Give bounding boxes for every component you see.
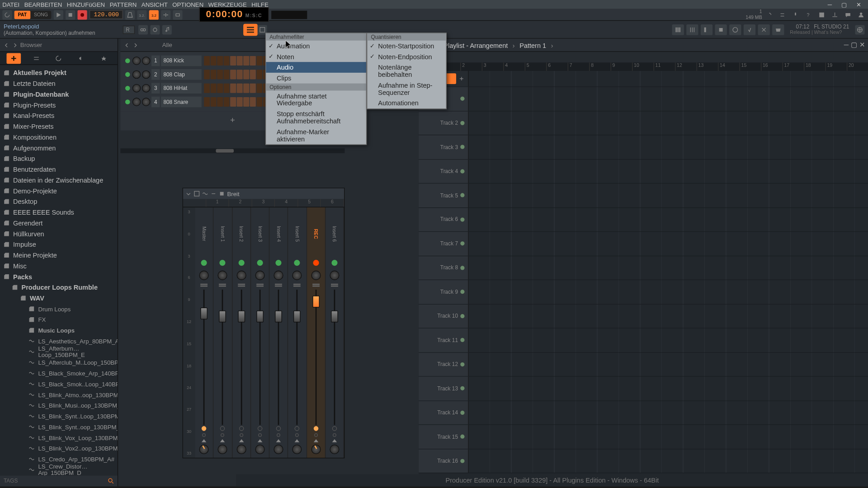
channel-number[interactable]: 1	[151, 56, 160, 66]
mixer-mute-button[interactable]	[220, 260, 226, 266]
save-icon[interactable]	[817, 10, 826, 19]
record-context-menu[interactable]: Aufnahmefilter AutomationNotenAudioClips…	[265, 33, 367, 145]
track-mute-dot[interactable]	[460, 290, 464, 294]
playlist-track-header[interactable]: Track 11	[419, 328, 469, 352]
mixer-stereo-sep[interactable]	[275, 284, 282, 289]
mixer-fx-dot[interactable]	[313, 426, 318, 431]
mixer-fx-dot[interactable]	[332, 426, 337, 431]
mixer-pan-knob[interactable]	[330, 271, 339, 280]
mixer-pan-knob[interactable]	[292, 271, 302, 280]
view-mixer-icon[interactable]	[686, 24, 698, 35]
chevron-right-icon[interactable]	[12, 42, 18, 48]
window-minimize-icon[interactable]: ─	[828, 1, 832, 8]
channel-number[interactable]: 3	[151, 83, 160, 94]
menu-hinzufuegen[interactable]: HINZUFüGEN	[67, 1, 105, 8]
mixer-arrow-icon[interactable]	[258, 439, 263, 442]
channel-vol-knob[interactable]	[142, 56, 150, 65]
playlist-track-header[interactable]: Track 7	[419, 232, 469, 255]
mixer-send-knob[interactable]	[311, 445, 321, 454]
tool-touch-icon[interactable]	[743, 24, 755, 35]
mixer-fx-dot[interactable]	[276, 426, 281, 431]
browser-item[interactable]: LS_Afterclub_M..Loop_150BPM_F	[0, 357, 118, 368]
channel-pan-knob[interactable]	[132, 70, 141, 79]
mixer-fader[interactable]	[293, 310, 301, 322]
switch-icon[interactable]	[778, 10, 787, 19]
tool-tempo-icon[interactable]	[729, 24, 741, 35]
step-button[interactable]	[256, 56, 262, 66]
channel-number[interactable]: 4	[151, 97, 160, 108]
menu-bearbeiten[interactable]: BEARBEITEN	[24, 1, 62, 8]
playlist-track-lane[interactable]	[469, 208, 868, 231]
menu-item[interactable]: Notenlänge beibehalten	[368, 62, 446, 80]
menu-item[interactable]: Stopp entschärft Aufnahmebereitschaft	[266, 108, 366, 127]
step-button[interactable]	[243, 70, 249, 79]
playlist-track-lane[interactable]	[469, 304, 868, 328]
mixer-arrow-icon[interactable]	[313, 439, 318, 442]
mixer-send-knob[interactable]	[274, 445, 283, 454]
step-button[interactable]	[256, 70, 262, 79]
browser-item[interactable]: Hüllkurven	[0, 228, 118, 239]
track-mute-dot[interactable]	[460, 314, 464, 318]
chevron-left-icon[interactable]	[124, 42, 130, 48]
mixer-strip[interactable]: Insert 6	[326, 207, 344, 458]
wait-icon[interactable]: 3.2.	[137, 10, 147, 19]
playlist-track-header[interactable]: Track 4	[419, 160, 469, 183]
playlist-track-row[interactable]: Track 15	[419, 425, 868, 449]
playlist-track-header[interactable]: Track 3	[419, 135, 469, 159]
track-mute-dot[interactable]	[460, 242, 464, 246]
playlist-track-row[interactable]: Track 3	[419, 135, 868, 159]
chevron-down-icon[interactable]	[185, 191, 191, 197]
playlist-track-row[interactable]: Track 2	[419, 111, 868, 135]
mixer-pan-knob[interactable]	[199, 271, 209, 280]
mixer-pan-knob[interactable]	[236, 271, 246, 280]
mixer-strip[interactable]: Insert 2	[232, 207, 251, 458]
browser-item[interactable]: LS_Black_Smok..Loop_140BPM_G	[0, 379, 118, 389]
menu-item[interactable]: Automation	[266, 41, 366, 52]
playlist-track-header[interactable]: Track 15	[419, 425, 469, 448]
window-close-icon[interactable]: ✕	[856, 1, 861, 8]
mixer-fx-dot[interactable]	[258, 426, 263, 431]
step-button[interactable]	[237, 56, 243, 66]
mixer-stereo-sep[interactable]	[331, 284, 338, 289]
account-icon[interactable]	[856, 10, 866, 19]
step-button[interactable]	[250, 56, 256, 66]
browser-item[interactable]: LS_Afterburn…Loop_150BPM_E	[0, 346, 118, 357]
brand-sub-label[interactable]: Released | What's New?	[790, 30, 849, 35]
playlist-track-row[interactable]: Track 5	[419, 183, 868, 207]
step-button[interactable]	[204, 70, 210, 79]
playlist-track-header[interactable]: Track 5	[419, 183, 469, 207]
mixer-arrow-icon[interactable]	[239, 439, 244, 442]
step-button[interactable]	[230, 97, 236, 107]
playlist-track-row[interactable]: Track 10	[419, 304, 868, 328]
browser-item[interactable]: Desktop	[0, 196, 118, 207]
chat-icon[interactable]	[843, 10, 853, 19]
step-button[interactable]	[204, 97, 210, 107]
browser-item[interactable]: Meine Projekte	[0, 250, 118, 261]
channel-pan-knob[interactable]	[132, 98, 141, 106]
browser-item[interactable]: LS_Blink_Atmo..oop_130BPM_Am	[0, 389, 118, 400]
browser-item[interactable]: LS_Black_Smoke_Arp_140BPM_G	[0, 368, 118, 379]
playlist-track-header[interactable]: Track 12	[419, 352, 469, 376]
link-icon[interactable]	[138, 25, 148, 34]
mixer-fader[interactable]	[256, 310, 264, 322]
mixer-send-knob[interactable]	[236, 445, 246, 454]
mixer-dot-icon[interactable]	[240, 433, 243, 437]
tool-close-icon[interactable]	[758, 24, 769, 35]
browser-item[interactable]: Aktuelles Projekt	[0, 67, 118, 78]
playlist-add-icon[interactable]	[459, 76, 465, 82]
browser-item[interactable]: LS_Blink_Synt..oop_130BPM_Am	[0, 422, 118, 432]
playlist-track-row[interactable]: Track 4	[419, 160, 868, 183]
mixer-fader[interactable]	[238, 310, 245, 322]
browser-item[interactable]: LS_Blink_Musi..oop_130BPM_Am	[0, 400, 118, 411]
playlist-track-lane[interactable]	[469, 401, 868, 424]
undo-icon[interactable]	[764, 10, 774, 19]
menu-item[interactable]: Clips	[266, 73, 366, 84]
mixer-mute-button[interactable]	[257, 260, 263, 266]
playlist-track-lane[interactable]	[469, 328, 868, 352]
channel-rack-scrollbar[interactable]	[120, 148, 344, 153]
mixer-arrow-icon[interactable]	[276, 439, 281, 442]
mic-icon[interactable]	[791, 10, 800, 19]
mixer-view-icon[interactable]	[219, 191, 225, 197]
browser-item[interactable]: Benutzerdaten	[0, 164, 118, 175]
channel-name-button[interactable]: 808 HiHat	[161, 83, 202, 94]
